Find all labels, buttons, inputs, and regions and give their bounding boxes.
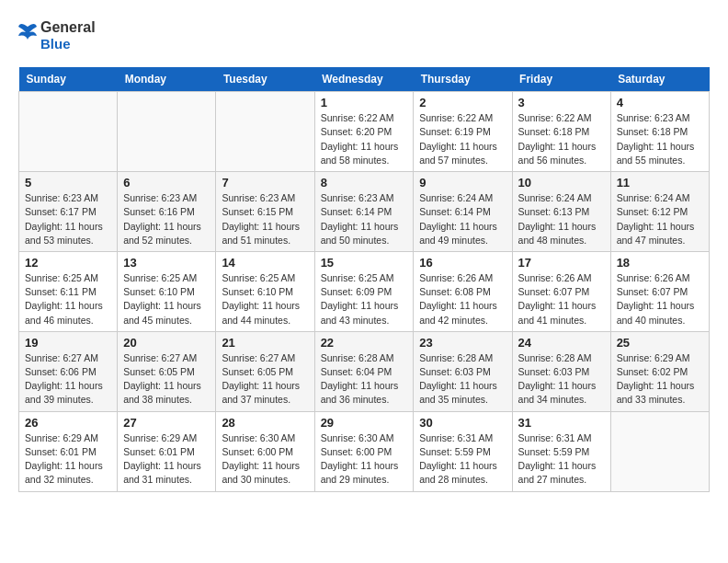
- logo: General Blue: [18, 18, 96, 52]
- day-info: Sunrise: 6:23 AM Sunset: 6:16 PM Dayligh…: [123, 191, 210, 247]
- calendar-cell: 25Sunrise: 6:29 AM Sunset: 6:02 PM Dayli…: [610, 331, 709, 411]
- day-number: 12: [25, 256, 111, 270]
- day-info: Sunrise: 6:23 AM Sunset: 6:18 PM Dayligh…: [617, 111, 703, 167]
- day-number: 9: [419, 176, 506, 190]
- day-number: 6: [123, 176, 210, 190]
- calendar-cell: 18Sunrise: 6:26 AM Sunset: 6:07 PM Dayli…: [610, 251, 709, 331]
- calendar-week-2: 5Sunrise: 6:23 AM Sunset: 6:17 PM Daylig…: [19, 172, 710, 252]
- day-number: 1: [321, 96, 408, 109]
- logo-container: General Blue: [18, 18, 96, 52]
- calendar-week-3: 12Sunrise: 6:25 AM Sunset: 6:11 PM Dayli…: [19, 251, 710, 331]
- calendar-cell: [610, 411, 709, 491]
- day-info: Sunrise: 6:31 AM Sunset: 5:59 PM Dayligh…: [518, 431, 605, 488]
- day-number: 13: [123, 256, 210, 270]
- weekday-header-monday: Monday: [118, 67, 216, 92]
- calendar-cell: 12Sunrise: 6:25 AM Sunset: 6:11 PM Dayli…: [19, 251, 118, 331]
- day-info: Sunrise: 6:26 AM Sunset: 6:07 PM Dayligh…: [518, 271, 605, 327]
- calendar-cell: 5Sunrise: 6:23 AM Sunset: 6:17 PM Daylig…: [19, 172, 118, 252]
- calendar-week-5: 26Sunrise: 6:29 AM Sunset: 6:01 PM Dayli…: [19, 411, 710, 491]
- calendar-cell: 11Sunrise: 6:24 AM Sunset: 6:12 PM Dayli…: [610, 172, 709, 252]
- day-number: 5: [25, 176, 111, 190]
- weekday-header-friday: Friday: [512, 67, 610, 92]
- day-number: 21: [222, 336, 308, 350]
- day-number: 2: [419, 96, 506, 109]
- day-number: 28: [222, 416, 308, 430]
- day-number: 4: [617, 96, 703, 109]
- logo-bird-icon: [18, 19, 37, 52]
- calendar-cell: 24Sunrise: 6:28 AM Sunset: 6:03 PM Dayli…: [512, 331, 610, 411]
- day-number: 10: [518, 176, 605, 190]
- calendar-cell: 14Sunrise: 6:25 AM Sunset: 6:10 PM Dayli…: [216, 251, 314, 331]
- day-info: Sunrise: 6:27 AM Sunset: 6:05 PM Dayligh…: [222, 351, 308, 408]
- calendar-cell: 31Sunrise: 6:31 AM Sunset: 5:59 PM Dayli…: [512, 411, 610, 491]
- weekday-header-tuesday: Tuesday: [216, 67, 314, 92]
- calendar-cell: 28Sunrise: 6:30 AM Sunset: 6:00 PM Dayli…: [216, 411, 314, 491]
- day-info: Sunrise: 6:31 AM Sunset: 5:59 PM Dayligh…: [419, 431, 506, 488]
- calendar-cell: 27Sunrise: 6:29 AM Sunset: 6:01 PM Dayli…: [118, 411, 216, 491]
- day-info: Sunrise: 6:28 AM Sunset: 6:03 PM Dayligh…: [518, 351, 605, 408]
- calendar-cell: [216, 92, 314, 172]
- calendar-cell: 3Sunrise: 6:22 AM Sunset: 6:18 PM Daylig…: [512, 92, 610, 172]
- day-info: Sunrise: 6:29 AM Sunset: 6:01 PM Dayligh…: [123, 431, 210, 488]
- calendar-cell: 1Sunrise: 6:22 AM Sunset: 6:20 PM Daylig…: [314, 92, 414, 172]
- day-info: Sunrise: 6:28 AM Sunset: 6:04 PM Dayligh…: [321, 351, 408, 408]
- day-number: 16: [419, 256, 506, 270]
- day-info: Sunrise: 6:29 AM Sunset: 6:01 PM Dayligh…: [25, 431, 111, 488]
- weekday-header-row: SundayMondayTuesdayWednesdayThursdayFrid…: [19, 67, 710, 92]
- day-number: 15: [321, 256, 408, 270]
- calendar-cell: 9Sunrise: 6:24 AM Sunset: 6:14 PM Daylig…: [414, 172, 512, 252]
- calendar-cell: 6Sunrise: 6:23 AM Sunset: 6:16 PM Daylig…: [118, 172, 216, 252]
- day-number: 26: [25, 416, 111, 430]
- calendar-cell: 29Sunrise: 6:30 AM Sunset: 6:00 PM Dayli…: [314, 411, 414, 491]
- day-info: Sunrise: 6:26 AM Sunset: 6:07 PM Dayligh…: [617, 271, 703, 327]
- page-header: General Blue: [18, 18, 710, 52]
- day-number: 19: [25, 336, 111, 350]
- calendar-cell: 19Sunrise: 6:27 AM Sunset: 6:06 PM Dayli…: [19, 331, 118, 411]
- day-info: Sunrise: 6:27 AM Sunset: 6:05 PM Dayligh…: [123, 351, 210, 408]
- day-number: 31: [518, 416, 605, 430]
- weekday-header-wednesday: Wednesday: [314, 67, 414, 92]
- calendar-cell: 20Sunrise: 6:27 AM Sunset: 6:05 PM Dayli…: [118, 331, 216, 411]
- day-info: Sunrise: 6:30 AM Sunset: 6:00 PM Dayligh…: [321, 431, 408, 488]
- calendar-table: SundayMondayTuesdayWednesdayThursdayFrid…: [18, 67, 710, 491]
- day-number: 30: [419, 416, 506, 430]
- day-info: Sunrise: 6:24 AM Sunset: 6:13 PM Dayligh…: [518, 191, 605, 247]
- calendar-week-1: 1Sunrise: 6:22 AM Sunset: 6:20 PM Daylig…: [19, 92, 710, 172]
- day-info: Sunrise: 6:29 AM Sunset: 6:02 PM Dayligh…: [617, 351, 703, 408]
- day-info: Sunrise: 6:28 AM Sunset: 6:03 PM Dayligh…: [419, 351, 506, 408]
- day-info: Sunrise: 6:25 AM Sunset: 6:10 PM Dayligh…: [123, 271, 210, 327]
- weekday-header-thursday: Thursday: [414, 67, 512, 92]
- day-number: 23: [419, 336, 506, 350]
- day-info: Sunrise: 6:24 AM Sunset: 6:14 PM Dayligh…: [419, 191, 506, 247]
- day-info: Sunrise: 6:27 AM Sunset: 6:06 PM Dayligh…: [25, 351, 111, 408]
- day-number: 22: [321, 336, 408, 350]
- logo-text-general: General: [40, 18, 96, 36]
- day-info: Sunrise: 6:25 AM Sunset: 6:09 PM Dayligh…: [321, 271, 408, 327]
- day-number: 8: [321, 176, 408, 190]
- calendar-cell: 8Sunrise: 6:23 AM Sunset: 6:14 PM Daylig…: [314, 172, 414, 252]
- day-info: Sunrise: 6:26 AM Sunset: 6:08 PM Dayligh…: [419, 271, 506, 327]
- day-number: 18: [617, 256, 703, 270]
- calendar-cell: 21Sunrise: 6:27 AM Sunset: 6:05 PM Dayli…: [216, 331, 314, 411]
- day-info: Sunrise: 6:24 AM Sunset: 6:12 PM Dayligh…: [617, 191, 703, 247]
- day-info: Sunrise: 6:23 AM Sunset: 6:15 PM Dayligh…: [222, 191, 308, 247]
- calendar-cell: 7Sunrise: 6:23 AM Sunset: 6:15 PM Daylig…: [216, 172, 314, 252]
- day-number: 27: [123, 416, 210, 430]
- calendar-cell: 17Sunrise: 6:26 AM Sunset: 6:07 PM Dayli…: [512, 251, 610, 331]
- day-info: Sunrise: 6:25 AM Sunset: 6:10 PM Dayligh…: [222, 271, 308, 327]
- calendar-cell: 15Sunrise: 6:25 AM Sunset: 6:09 PM Dayli…: [314, 251, 414, 331]
- day-number: 20: [123, 336, 210, 350]
- day-number: 7: [222, 176, 308, 190]
- day-info: Sunrise: 6:23 AM Sunset: 6:14 PM Dayligh…: [321, 191, 408, 247]
- calendar-cell: 23Sunrise: 6:28 AM Sunset: 6:03 PM Dayli…: [414, 331, 512, 411]
- calendar-week-4: 19Sunrise: 6:27 AM Sunset: 6:06 PM Dayli…: [19, 331, 710, 411]
- calendar-body: 1Sunrise: 6:22 AM Sunset: 6:20 PM Daylig…: [19, 92, 710, 491]
- calendar-cell: 22Sunrise: 6:28 AM Sunset: 6:04 PM Dayli…: [314, 331, 414, 411]
- day-number: 3: [518, 96, 605, 109]
- day-number: 24: [518, 336, 605, 350]
- day-info: Sunrise: 6:22 AM Sunset: 6:18 PM Dayligh…: [518, 111, 605, 167]
- day-info: Sunrise: 6:23 AM Sunset: 6:17 PM Dayligh…: [25, 191, 111, 247]
- weekday-header-saturday: Saturday: [610, 67, 709, 92]
- calendar-cell: 2Sunrise: 6:22 AM Sunset: 6:19 PM Daylig…: [414, 92, 512, 172]
- calendar-cell: 10Sunrise: 6:24 AM Sunset: 6:13 PM Dayli…: [512, 172, 610, 252]
